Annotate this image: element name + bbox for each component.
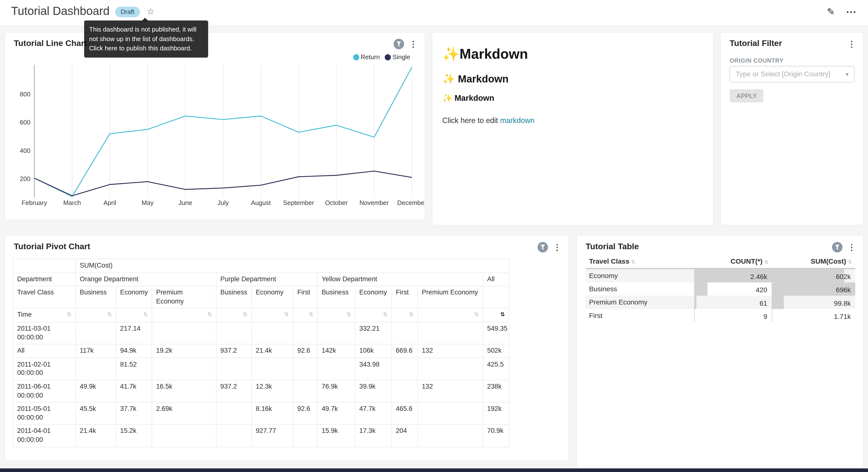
- pivot-department-header[interactable]: Orange Department: [75, 272, 216, 286]
- origin-country-label: ORIGIN COUNTRY: [730, 57, 783, 64]
- column-header-count-[interactable]: COUNT(*)⇅: [694, 255, 772, 268]
- count-cell: 9: [694, 309, 772, 322]
- sort-icon[interactable]: ⇅: [75, 308, 116, 322]
- origin-country-select[interactable]: Type or Select [Origin Country] ▾: [730, 66, 855, 82]
- pivot-row-header: All: [13, 344, 75, 358]
- pivot-travel-class-header[interactable]: Premium Economy: [152, 286, 216, 308]
- sort-icon[interactable]: ⇅: [152, 308, 216, 322]
- pivot-travel-class-header[interactable]: Business: [317, 286, 355, 308]
- pivot-row-header: 2011-04-01 00:00:00: [13, 424, 75, 447]
- pivot-travel-class-header[interactable]: Economy: [252, 286, 293, 308]
- count-cell: 2.46k: [694, 268, 772, 283]
- pivot-cell: 16.5k: [152, 380, 216, 402]
- sort-icon[interactable]: ⇅: [216, 308, 252, 322]
- pivot-menu-icon[interactable]: ⋮: [553, 242, 561, 253]
- pivot-travel-class-header[interactable]: Economy: [355, 286, 392, 308]
- pivot-cell: 94.9k: [116, 344, 152, 358]
- pivot-travel-class-header[interactable]: Economy: [116, 286, 152, 308]
- pivot-metric-header: SUM(Cost): [75, 259, 509, 272]
- filter-indicator-icon[interactable]: [537, 242, 548, 253]
- markdown-h3: ✨ Markdown: [442, 94, 703, 103]
- pivot-department-header[interactable]: Yellow Department: [317, 272, 483, 286]
- pivot-cell: [317, 358, 355, 380]
- pivot-cell: 76.9k: [317, 380, 355, 402]
- markdown-edit-link[interactable]: markdown: [500, 116, 534, 124]
- pivot-travel-class-header[interactable]: First: [392, 286, 417, 308]
- table-header-icons: ⋮: [832, 242, 856, 253]
- column-header-label: SUM(Cost): [811, 258, 846, 265]
- select-placeholder: Type or Select [Origin Country]: [736, 70, 843, 78]
- draft-status-badge[interactable]: Draft: [115, 7, 140, 17]
- pivot-row: 2011-05-01 00:00:0045.5k37.7k2.69k8.16k9…: [13, 402, 509, 424]
- column-header-travel-class[interactable]: Travel Class⇅: [586, 255, 694, 268]
- sort-icon: ⇅: [764, 259, 768, 265]
- apply-button[interactable]: APPLY: [730, 89, 764, 102]
- table-row: First91.71k: [586, 309, 855, 322]
- sort-icon[interactable]: ⇅: [293, 308, 318, 322]
- pivot-all-header[interactable]: All: [483, 272, 509, 286]
- pivot-travel-class-header[interactable]: Premium Economy: [417, 286, 483, 308]
- pivot-table-wrap: SUM(Cost)DepartmentOrange DepartmentPurp…: [13, 259, 509, 447]
- pivot-chart-card: Tutorial Pivot Chart ⋮ SUM(Cost)Departme…: [4, 235, 569, 461]
- pivot-cell: 19.2k: [152, 344, 216, 358]
- count-value: 2.46k: [694, 271, 772, 281]
- sum-cell: 99.8k: [772, 296, 855, 309]
- legend-item[interactable]: Return: [353, 54, 380, 60]
- pivot-cell: 465.6: [392, 402, 417, 424]
- pivot-cell: [417, 402, 483, 424]
- count-value: 61: [694, 297, 772, 307]
- filter-indicator-icon[interactable]: [832, 242, 843, 253]
- sort-icon[interactable]: ⇅: [417, 308, 483, 322]
- pivot-cell: [75, 358, 116, 380]
- svg-text:August: August: [251, 199, 271, 206]
- favorite-star-icon[interactable]: ☆: [147, 6, 154, 17]
- legend-label: Return: [361, 54, 380, 60]
- pivot-cell: 927.77: [252, 424, 293, 447]
- pivot-travel-class-header[interactable]: Business: [75, 286, 116, 308]
- pivot-cell: 92.6: [293, 402, 318, 424]
- edit-dashboard-icon[interactable]: ✎: [827, 6, 835, 18]
- markdown-card: ✨Markdown ✨ Markdown ✨ Markdown Click he…: [432, 32, 713, 225]
- pivot-cell: 502k: [483, 344, 509, 358]
- pivot-row-header: 2011-03-01 00:00:00: [13, 322, 75, 344]
- dashboard-page: Tutorial Dashboard Draft ☆ ✎ ⋯ This dash…: [0, 0, 868, 472]
- more-options-icon[interactable]: ⋯: [846, 6, 857, 18]
- pivot-cell: [252, 322, 293, 344]
- tooltip-line: This dashboard is not published, it will: [89, 25, 203, 34]
- legend-dot-icon: [353, 54, 359, 60]
- sort-icon[interactable]: ⇅: [392, 308, 417, 322]
- pivot-cell: 343.98: [355, 358, 392, 380]
- svg-text:September: September: [283, 199, 314, 206]
- sort-icon[interactable]: ⇅: [483, 308, 509, 322]
- pivot-corner-cell: [13, 259, 75, 272]
- sort-icon[interactable]: ⇅: [67, 311, 71, 318]
- filter-menu-icon[interactable]: ⋮: [847, 39, 856, 49]
- pivot-cell: 15.2k: [116, 424, 152, 447]
- sum-cell: 696k: [772, 283, 855, 296]
- sum-cell: 1.71k: [772, 309, 855, 322]
- legend-item[interactable]: Single: [385, 54, 410, 60]
- pivot-cell: [216, 322, 252, 344]
- sort-icon[interactable]: ⇅: [116, 308, 152, 322]
- pivot-cell: [392, 358, 417, 380]
- pivot-travel-class-header[interactable]: Business: [216, 286, 252, 308]
- chart-menu-icon[interactable]: ⋮: [409, 39, 417, 49]
- pivot-cell: 39.9k: [355, 380, 392, 402]
- pivot-header-row: DepartmentOrange DepartmentPurple Depart…: [13, 272, 509, 286]
- pivot-cell: 549.35: [483, 322, 509, 344]
- tutorial-table: Travel Class⇅COUNT(*)⇅SUM(Cost)⇅Economy2…: [586, 255, 855, 322]
- sort-icon[interactable]: ⇅: [252, 308, 293, 322]
- pivot-department-header[interactable]: Purple Department: [216, 272, 317, 286]
- pivot-travel-class-header[interactable]: First: [293, 286, 318, 308]
- sort-icon: ⇅: [631, 259, 635, 265]
- travel-class-cell: Business: [586, 283, 694, 296]
- sort-icon[interactable]: ⇅: [355, 308, 392, 322]
- chart-title: Tutorial Line Chart: [14, 38, 87, 48]
- draft-publish-tooltip[interactable]: This dashboard is not published, it will…: [84, 21, 208, 58]
- table-menu-icon[interactable]: ⋮: [847, 242, 856, 253]
- pivot-cell: 192k: [483, 402, 509, 424]
- sort-icon[interactable]: ⇅: [317, 308, 355, 322]
- filter-indicator-icon[interactable]: [394, 39, 404, 49]
- column-header-sum-cost-[interactable]: SUM(Cost)⇅: [772, 255, 855, 268]
- pivot-cell: [392, 322, 417, 344]
